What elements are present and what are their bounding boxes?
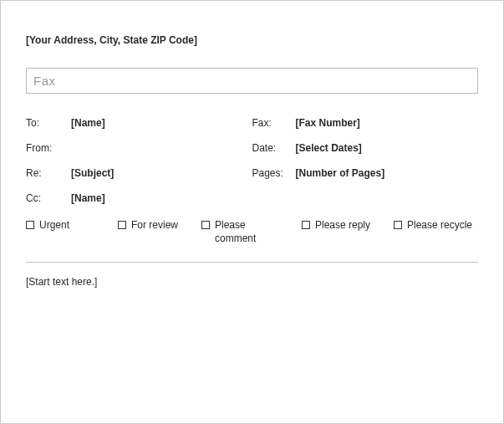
fax-title-box: Fax	[26, 68, 478, 94]
option-please-recycle-label: Please recycle	[407, 219, 472, 232]
fax-value[interactable]: [Fax Number]	[296, 117, 360, 129]
option-urgent-label: Urgent	[39, 219, 69, 232]
option-urgent[interactable]: Urgent	[26, 219, 118, 245]
checkbox-icon[interactable]	[201, 221, 210, 229]
date-field: Date: [Select Dates]	[252, 142, 479, 154]
info-row-4: Cc: [Name]	[26, 192, 478, 204]
option-for-review[interactable]: For review	[118, 219, 201, 245]
divider	[26, 262, 478, 263]
date-label: Date:	[252, 142, 296, 154]
option-row: Urgent For review Please comment Please …	[26, 219, 478, 245]
cc-field: Cc: [Name]	[26, 192, 252, 204]
from-label: From:	[26, 142, 71, 154]
date-value[interactable]: [Select Dates]	[296, 142, 362, 154]
cc-label: Cc:	[26, 192, 71, 204]
option-please-comment-label: Please comment	[215, 219, 265, 245]
fax-cover-page: [Your Address, City, State ZIP Code] Fax…	[0, 0, 504, 424]
cc-value[interactable]: [Name]	[71, 192, 105, 204]
checkbox-icon[interactable]	[302, 221, 310, 229]
option-please-recycle[interactable]: Please recycle	[394, 219, 472, 245]
option-for-review-label: For review	[131, 219, 178, 232]
to-label: To:	[26, 117, 71, 129]
re-label: Re:	[26, 167, 71, 179]
empty-field	[252, 192, 479, 204]
from-field: From:	[26, 142, 252, 154]
fax-label: Fax:	[252, 117, 296, 129]
checkbox-icon[interactable]	[118, 221, 126, 229]
pages-label: Pages:	[252, 167, 296, 179]
to-field: To: [Name]	[26, 117, 252, 129]
info-row-2: From: Date: [Select Dates]	[26, 142, 478, 154]
info-row-3: Re: [Subject] Pages: [Number of Pages]	[26, 167, 478, 179]
fax-field: Fax: [Fax Number]	[252, 117, 479, 129]
re-value[interactable]: [Subject]	[71, 167, 114, 179]
option-please-reply[interactable]: Please reply	[302, 219, 394, 245]
pages-value[interactable]: [Number of Pages]	[296, 167, 385, 179]
option-please-comment[interactable]: Please comment	[201, 219, 302, 245]
option-please-reply-label: Please reply	[315, 219, 370, 232]
body-text[interactable]: [Start text here.]	[26, 276, 478, 288]
sender-address[interactable]: [Your Address, City, State ZIP Code]	[26, 34, 478, 46]
re-field: Re: [Subject]	[26, 167, 252, 179]
checkbox-icon[interactable]	[26, 221, 34, 229]
to-value[interactable]: [Name]	[71, 117, 105, 129]
checkbox-icon[interactable]	[394, 221, 402, 229]
info-row-1: To: [Name] Fax: [Fax Number]	[26, 117, 478, 129]
pages-field: Pages: [Number of Pages]	[252, 167, 479, 179]
